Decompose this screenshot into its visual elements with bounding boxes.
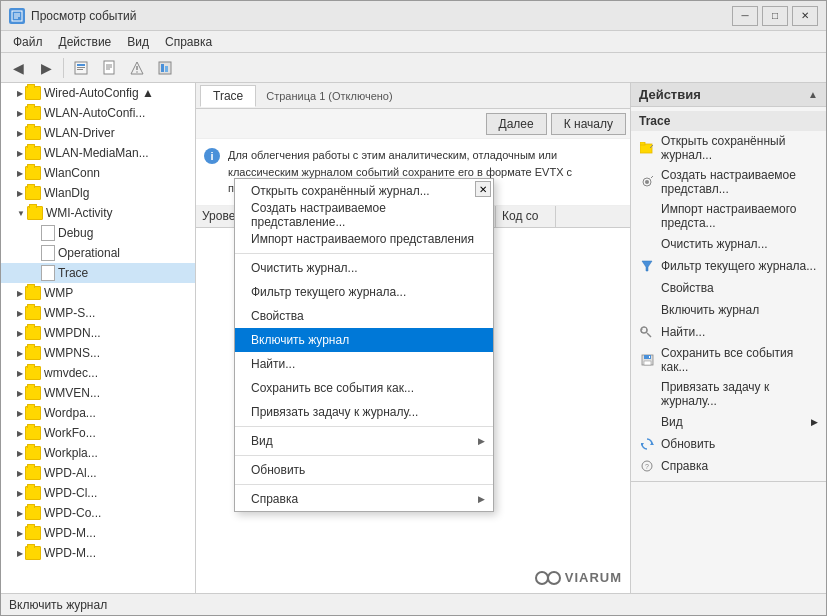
toolbar-btn-2[interactable] [96, 56, 122, 80]
wmven-icon [25, 386, 41, 400]
ctx-properties[interactable]: Свойства [235, 304, 493, 328]
window-title: Просмотр событий [31, 9, 732, 23]
action-open-log[interactable]: Открыть сохранённый журнал... [631, 131, 826, 165]
tree-item-wmp[interactable]: ▶ WMP [1, 283, 195, 303]
tree-item-operational[interactable]: Operational [1, 243, 195, 263]
action-find[interactable]: Найти... [631, 321, 826, 343]
ctx-create-view[interactable]: Создать настраиваемое представление... [235, 203, 493, 227]
action-filter[interactable]: Фильтр текущего журнала... [631, 255, 826, 277]
open-log-icon [639, 140, 655, 156]
actions-collapse-icon[interactable]: ▲ [808, 89, 818, 100]
menu-help[interactable]: Справка [157, 33, 220, 51]
menu-action[interactable]: Действие [51, 33, 120, 51]
menu-bar: Файл Действие Вид Справка [1, 31, 826, 53]
ctx-close-btn[interactable]: ✕ [475, 181, 491, 197]
svg-line-27 [647, 333, 651, 337]
tree-item-wlan-auto[interactable]: ▶ WLAN-AutoConfi... [1, 103, 195, 123]
action-enable-log[interactable]: Включить журнал [631, 299, 826, 321]
tree-item-workpla[interactable]: ▶ Workpla... [1, 443, 195, 463]
toolbar-btn-1[interactable] [68, 56, 94, 80]
tree-item-wlan-driver[interactable]: ▶ WLAN-Driver [1, 123, 195, 143]
view-arrow-icon: ▶ [811, 417, 818, 427]
tree-item-wlandlg[interactable]: ▶ WlanDlg [1, 183, 195, 203]
filter-icon [639, 258, 655, 274]
ctx-find[interactable]: Найти... [235, 352, 493, 376]
tree-item-wmi[interactable]: ▼ WMI-Activity [1, 203, 195, 223]
action-import-view[interactable]: Импорт настраиваемого предста... [631, 199, 826, 233]
ctx-help[interactable]: Справка [235, 487, 493, 511]
tree-item-wmpdn[interactable]: ▶ WMPDN... [1, 323, 195, 343]
wmi-arrow: ▼ [17, 209, 25, 218]
toolbar-btn-4[interactable] [152, 56, 178, 80]
toolbar-forward[interactable]: ▶ [33, 56, 59, 80]
help-icon: ? [639, 458, 655, 474]
action-import-view-label: Импорт настраиваемого предста... [661, 202, 818, 230]
action-view[interactable]: Вид ▶ [631, 411, 826, 433]
workfo-label: WorkFo... [44, 426, 96, 440]
action-help[interactable]: ? Справка [631, 455, 826, 477]
maximize-button[interactable]: □ [762, 6, 788, 26]
action-clear-log[interactable]: Очистить журнал... [631, 233, 826, 255]
tree-item-wpd-cl[interactable]: ▶ WPD-Cl... [1, 483, 195, 503]
btn-start[interactable]: К началу [551, 113, 626, 135]
tree-item-wmpns[interactable]: ▶ WMPNS... [1, 343, 195, 363]
active-tab[interactable]: Trace [200, 85, 256, 107]
tree-item-wordpa[interactable]: ▶ Wordpa... [1, 403, 195, 423]
minimize-button[interactable]: ─ [732, 6, 758, 26]
wlan-driver-arrow: ▶ [17, 129, 23, 138]
viarum-circle-2 [547, 571, 561, 585]
tree-item-wlan-media[interactable]: ▶ WLAN-MediaMan... [1, 143, 195, 163]
tree-item-workfo[interactable]: ▶ WorkFo... [1, 423, 195, 443]
menu-file[interactable]: Файл [5, 33, 51, 51]
ctx-save-events[interactable]: Сохранить все события как... [235, 376, 493, 400]
wmi-icon [27, 206, 43, 220]
tree-item-wmven[interactable]: ▶ WMVEN... [1, 383, 195, 403]
svg-rect-5 [77, 64, 85, 66]
tree-item-wpd-al[interactable]: ▶ WPD-Al... [1, 463, 195, 483]
action-create-view[interactable]: Создать настраиваемое представл... [631, 165, 826, 199]
ctx-refresh[interactable]: Обновить [235, 458, 493, 482]
tree-item-wired[interactable]: ▶ Wired-AutoConfig ▲ [1, 83, 195, 103]
tree-item-debug[interactable]: Debug [1, 223, 195, 243]
viarum-text: VIARUM [565, 570, 622, 585]
clear-log-icon [639, 236, 655, 252]
btn-next[interactable]: Далее [486, 113, 547, 135]
operational-label: Operational [58, 246, 120, 260]
tree-panel[interactable]: ▶ Wired-AutoConfig ▲ ▶ WLAN-AutoConfi...… [1, 83, 196, 593]
svg-rect-19 [640, 142, 645, 145]
close-button[interactable]: ✕ [792, 6, 818, 26]
tree-item-trace[interactable]: Trace [1, 263, 195, 283]
action-attach-task[interactable]: Привязать задачу к журналу... [631, 377, 826, 411]
tree-item-wmvdec[interactable]: ▶ wmvdec... [1, 363, 195, 383]
ctx-view[interactable]: Вид [235, 429, 493, 453]
action-refresh[interactable]: Обновить [631, 433, 826, 455]
svg-point-14 [136, 71, 138, 73]
toolbar-btn-3[interactable] [124, 56, 150, 80]
find-icon [639, 324, 655, 340]
ctx-enable-log[interactable]: Включить журнал [235, 328, 493, 352]
wmven-arrow: ▶ [17, 389, 23, 398]
tree-item-wpd-co[interactable]: ▶ WPD-Co... [1, 503, 195, 523]
wlan-auto-icon [25, 106, 41, 120]
tree-item-wlanconn[interactable]: ▶ WlanConn [1, 163, 195, 183]
wmvdec-label: wmvdec... [44, 366, 98, 380]
action-view-label: Вид [661, 415, 683, 429]
ctx-import-view[interactable]: Импорт настраиваемого представления [235, 227, 493, 251]
action-properties[interactable]: Свойства [631, 277, 826, 299]
ctx-open-log[interactable]: Открыть сохранённый журнал... [235, 179, 493, 203]
wlandlg-icon [25, 186, 41, 200]
ctx-attach-task[interactable]: Привязать задачу к журналу... [235, 400, 493, 424]
action-save-events[interactable]: Сохранить все события как... [631, 343, 826, 377]
tree-item-wpd-m1[interactable]: ▶ WPD-M... [1, 523, 195, 543]
tree-item-wpd-m2[interactable]: ▶ WPD-M... [1, 543, 195, 563]
window-controls: ─ □ ✕ [732, 6, 818, 26]
wpd-m1-label: WPD-M... [44, 526, 96, 540]
wmvdec-arrow: ▶ [17, 369, 23, 378]
menu-view[interactable]: Вид [119, 33, 157, 51]
action-help-label: Справка [661, 459, 708, 473]
tree-item-wmps[interactable]: ▶ WMP-S... [1, 303, 195, 323]
create-view-icon [639, 174, 655, 190]
ctx-filter[interactable]: Фильтр текущего журнала... [235, 280, 493, 304]
ctx-clear-log[interactable]: Очистить журнал... [235, 256, 493, 280]
toolbar-back[interactable]: ◀ [5, 56, 31, 80]
